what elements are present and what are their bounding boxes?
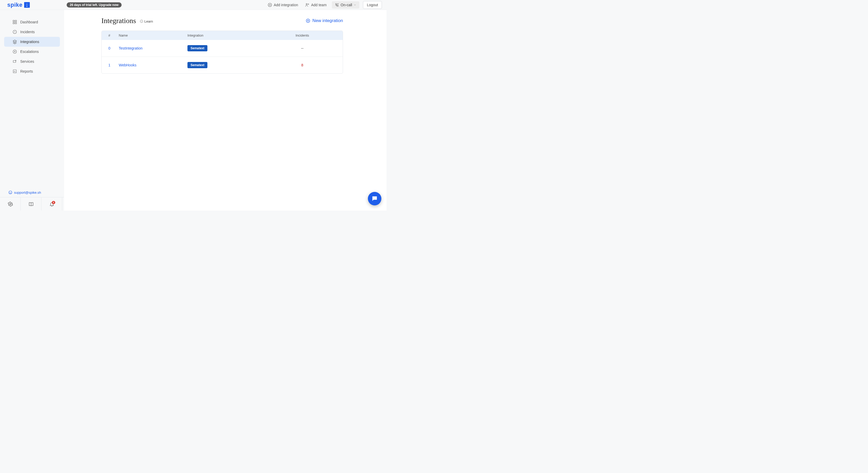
svg-point-14 xyxy=(14,33,15,33)
svg-rect-10 xyxy=(13,23,14,24)
col-header-integration: Integration xyxy=(187,33,269,37)
topbar: spike ; 26 days of trial left. Upgrade n… xyxy=(0,0,386,10)
reports-icon xyxy=(12,69,17,73)
bottom-toolbar: 5 xyxy=(0,197,64,211)
sidebar-item-label: Incidents xyxy=(20,30,35,34)
svg-point-23 xyxy=(9,192,10,192)
table-row: 1 WebHooks Sematext 8 xyxy=(102,57,343,73)
chat-widget-button[interactable] xyxy=(368,192,381,205)
plus-circle-icon xyxy=(268,3,272,7)
col-header-incidents: Incidents xyxy=(269,33,336,37)
integrations-icon xyxy=(12,39,17,44)
new-integration-label: New integration xyxy=(312,18,343,23)
integration-badge[interactable]: Sematext xyxy=(187,45,208,51)
page-title: Integrations xyxy=(101,17,136,25)
svg-point-25 xyxy=(9,203,11,205)
integrations-table: # Name Integration Incidents 0 TestInteg… xyxy=(101,31,343,73)
sidebar-item-escalations[interactable]: Escalations xyxy=(4,47,60,57)
notification-badge: 5 xyxy=(52,201,55,204)
escalations-icon xyxy=(12,49,17,54)
row-index: 0 xyxy=(108,46,119,50)
integration-name-link[interactable]: TestIntegration xyxy=(119,46,143,50)
svg-point-22 xyxy=(9,191,12,194)
integration-badge[interactable]: Sematext xyxy=(187,62,208,68)
col-header-name: Name xyxy=(119,33,187,37)
svg-rect-8 xyxy=(13,20,14,22)
sidebar-item-services[interactable]: Services xyxy=(4,57,60,66)
row-index: 1 xyxy=(108,63,119,67)
oncall-dropdown[interactable]: On-call xyxy=(332,1,359,8)
gear-icon xyxy=(8,202,13,207)
support-icon xyxy=(8,190,12,195)
table-header: # Name Integration Incidents xyxy=(102,31,343,40)
svg-rect-11 xyxy=(15,23,17,24)
integration-name-link[interactable]: WebHooks xyxy=(119,63,136,67)
logout-button[interactable]: Logout xyxy=(363,1,382,9)
settings-button[interactable] xyxy=(0,197,21,211)
page-title-group: Integrations Learn xyxy=(101,17,153,25)
topbar-right: Add integration Add team On-call Logout xyxy=(266,1,386,9)
sidebar-item-label: Integrations xyxy=(20,40,39,44)
support-link[interactable]: support@spike.sh xyxy=(0,188,64,197)
sidebar-item-dashboard[interactable]: Dashboard xyxy=(4,17,60,27)
sidebar-footer: support@spike.sh 5 xyxy=(0,188,64,211)
add-team-label: Add team xyxy=(311,3,327,7)
logo-text: spike xyxy=(7,2,23,8)
sidebar-nav: Dashboard Incidents Integrations Escalat… xyxy=(0,10,64,76)
logo[interactable]: spike ; xyxy=(0,2,64,8)
col-header-index: # xyxy=(108,33,119,37)
page-header: Integrations Learn New integration xyxy=(64,10,386,25)
sidebar-item-label: Escalations xyxy=(20,50,39,54)
oncall-label: On-call xyxy=(341,3,352,7)
chevron-down-icon xyxy=(353,4,356,6)
sidebar-item-label: Dashboard xyxy=(20,20,38,24)
svg-marker-15 xyxy=(13,40,17,42)
sidebar-item-incidents[interactable]: Incidents xyxy=(4,27,60,37)
phone-icon xyxy=(335,3,339,7)
add-integration-label: Add integration xyxy=(274,3,298,7)
chat-icon xyxy=(371,195,378,202)
learn-label: Learn xyxy=(145,20,153,23)
main: Integrations Learn New integration # Nam… xyxy=(64,10,386,211)
incidents-value: 8 xyxy=(269,63,336,67)
add-team-icon xyxy=(305,3,310,7)
sidebar-item-label: Reports xyxy=(20,69,33,73)
add-team-link[interactable]: Add team xyxy=(303,2,328,8)
learn-link[interactable]: Learn xyxy=(140,20,153,23)
sidebar-item-label: Services xyxy=(20,59,34,63)
table-row: 0 TestIntegration Sematext -- xyxy=(102,40,343,57)
logo-mark-icon: ; xyxy=(24,2,30,8)
book-icon xyxy=(29,202,34,207)
incidents-value: -- xyxy=(269,46,336,50)
sidebar: Dashboard Incidents Integrations Escalat… xyxy=(0,10,64,211)
docs-button[interactable] xyxy=(21,197,41,211)
sidebar-item-reports[interactable]: Reports xyxy=(4,66,60,76)
add-integration-link[interactable]: Add integration xyxy=(266,2,300,8)
new-integration-button[interactable]: New integration xyxy=(306,18,343,23)
services-icon xyxy=(12,59,17,64)
incidents-icon xyxy=(12,30,17,34)
plus-circle-icon xyxy=(306,19,310,23)
notifications-button[interactable]: 5 xyxy=(41,197,62,211)
dashboard-icon xyxy=(12,20,17,24)
svg-rect-9 xyxy=(15,20,17,22)
trial-banner[interactable]: 26 days of trial left. Upgrade now xyxy=(67,2,122,7)
svg-point-29 xyxy=(141,21,142,21)
support-email: support@spike.sh xyxy=(14,190,41,195)
svg-point-3 xyxy=(306,3,307,5)
svg-point-17 xyxy=(15,60,16,61)
sidebar-item-integrations[interactable]: Integrations xyxy=(4,37,60,47)
info-icon xyxy=(140,20,143,23)
